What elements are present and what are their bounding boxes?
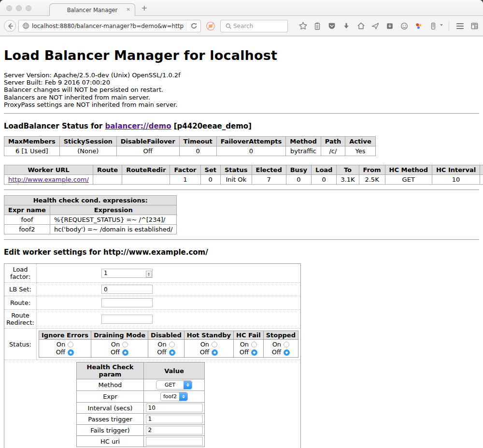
stopped-on-radio[interactable] <box>284 342 289 347</box>
table-row: Interval (secs) <box>77 403 205 414</box>
table-cell: 1 <box>170 175 200 185</box>
select-value: foof2 <box>161 392 179 401</box>
hc-method-select[interactable]: GET <box>156 380 192 390</box>
disabled-on-radio[interactable] <box>169 342 175 347</box>
route-input[interactable] <box>101 298 153 307</box>
select-arrows-icon <box>179 392 187 401</box>
header-cell: HC Fail <box>234 331 264 340</box>
lb-set-input[interactable] <box>101 285 153 294</box>
back-button[interactable] <box>4 20 16 32</box>
tiles-newspaper-icon[interactable] <box>469 21 479 31</box>
hc-fail-off-radio[interactable] <box>251 349 257 356</box>
on-label: On <box>272 341 281 348</box>
ignore-errors-radios: On Off <box>39 340 91 358</box>
header-cell: Stopped <box>263 331 298 340</box>
hc-fails-label: Fails trigger) <box>77 425 144 436</box>
divider <box>4 189 479 190</box>
on-label: On <box>200 341 209 348</box>
header-cell: Disabled <box>148 331 185 340</box>
form-row: LB Set: <box>4 283 301 296</box>
zoom-window-button[interactable] <box>26 5 31 11</box>
on-label: On <box>57 341 65 348</box>
table-row: http://www.example.com/ 1 0 Init Ok 7 0 … <box>4 175 483 185</box>
header-cell: MaxMembers <box>4 137 60 146</box>
hot-standby-radios: On Off <box>184 340 233 358</box>
hc-uri-input[interactable] <box>146 437 203 446</box>
downloads-icon[interactable] <box>341 21 351 31</box>
url-text[interactable]: localhost:8880/balancer-manager?b=demo&w… <box>32 23 184 29</box>
table-cell: GET <box>385 175 432 185</box>
bookmark-star-icon[interactable] <box>298 21 308 31</box>
reload-icon[interactable] <box>189 21 199 31</box>
globe-icon <box>22 22 29 29</box>
reading-list-icon[interactable] <box>313 21 322 31</box>
header-cell: HC Interval <box>432 165 480 175</box>
draining-mode-on-radio[interactable] <box>122 342 128 347</box>
close-window-button[interactable] <box>6 5 12 11</box>
browser-tab[interactable]: Balancer Manager ✕ <box>49 3 135 16</box>
hc-fails-input[interactable] <box>146 426 203 434</box>
hc-expr-label: Expr <box>77 391 144 403</box>
table-row: foof %{REQUEST_STATUS} =~ /^[234]/ <box>4 215 177 225</box>
edit-worker-form: Load factor: LB Set: Route: <box>4 263 301 448</box>
hot-standby-off-radio[interactable] <box>212 349 218 356</box>
off-label: Off <box>200 348 209 356</box>
menu-hamburger-icon[interactable] <box>455 21 465 31</box>
ignore-errors-on-radio[interactable] <box>68 342 73 347</box>
hot-standby-on-radio[interactable] <box>212 342 217 347</box>
container-battery-icon[interactable] <box>428 21 438 31</box>
url-bar[interactable]: localhost:8880/balancer-manager?b=demo&w… <box>18 20 201 32</box>
chevron-down-icon[interactable] <box>440 24 443 28</box>
table-cell: 0 <box>216 146 286 156</box>
pocket-icon[interactable] <box>327 21 337 31</box>
divider <box>4 239 479 240</box>
number-stepper-icon[interactable] <box>146 271 152 277</box>
form-row: Load factor: <box>4 264 301 283</box>
new-tab-button[interactable]: + <box>141 4 147 12</box>
hc-passes-input[interactable] <box>146 415 203 423</box>
disabled-off-radio[interactable] <box>169 349 175 356</box>
tab-close-icon[interactable]: ✕ <box>127 7 130 12</box>
worker-url-link[interactable]: http://www.example.com/ <box>8 176 89 183</box>
hc-fails-cell <box>144 425 205 436</box>
save-page-icon[interactable] <box>385 21 395 31</box>
on-label: On <box>240 341 249 348</box>
colorful-extension-icon[interactable] <box>414 21 424 31</box>
server-version-line: Server Version: Apache/2.5.0-dev (Unix) … <box>4 72 479 79</box>
draining-mode-off-radio[interactable] <box>122 349 128 356</box>
lb-set-cell <box>37 283 301 296</box>
plugin-blocked-icon[interactable] <box>206 21 215 31</box>
search-box[interactable] <box>220 20 288 32</box>
table-cell: 7 <box>252 175 286 185</box>
minimize-window-button[interactable] <box>16 5 22 11</box>
radio-row: On Off On Off On Off <box>39 340 298 358</box>
table-row: Passes trigger <box>77 414 205 425</box>
load-factor-input[interactable] <box>101 269 153 278</box>
ignore-errors-off-radio[interactable] <box>68 349 74 356</box>
page-title: Load Balancer Manager for localhost <box>4 36 479 63</box>
feedback-smiley-icon[interactable] <box>399 21 409 31</box>
search-icon <box>224 21 233 31</box>
stopped-off-radio[interactable] <box>284 349 290 356</box>
balancer-demo-link[interactable]: balancer://demo <box>105 122 171 130</box>
hc-params-cell: Health Check param Value Method GET Expr <box>4 360 301 448</box>
header-cell: Factor <box>170 165 200 175</box>
table-cell: (None) <box>59 146 116 156</box>
header-cell: RouteRedir <box>122 165 170 175</box>
hc-uri-cell <box>144 436 205 447</box>
table-row: foof2 hc('body') =~ /domain is establish… <box>4 225 177 234</box>
header-cell: Worker URL <box>4 165 93 175</box>
table-cell: 0 <box>200 175 220 185</box>
server-built-line: Server Built: Feb 9 2016 07:00:20 <box>4 79 479 86</box>
route-redirect-input[interactable] <box>101 315 153 324</box>
send-plane-icon[interactable] <box>370 21 380 31</box>
home-icon[interactable] <box>356 21 366 31</box>
search-input[interactable] <box>233 23 282 29</box>
header-cell: Draining Mode <box>91 331 148 340</box>
hc-fail-on-radio[interactable] <box>251 342 257 347</box>
hc-interval-input[interactable] <box>146 404 203 412</box>
balancer-status-table: MaxMembers StickySession DisableFailover… <box>4 136 376 156</box>
off-label: Off <box>111 348 120 356</box>
load-factor-label: Load factor: <box>4 264 37 283</box>
hc-expr-select[interactable]: foof2 <box>160 392 188 401</box>
